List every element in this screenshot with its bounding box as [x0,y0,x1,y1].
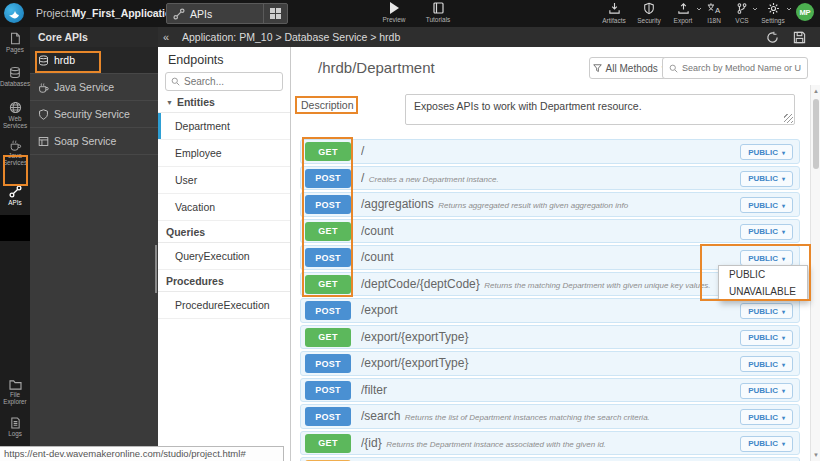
grid-icon[interactable] [263,4,287,23]
panel-scrollbar[interactable] [155,245,157,293]
preview-button[interactable]: Preview [372,2,416,23]
vertical-scrollbar[interactable]: ▲ ▼ [810,85,820,461]
visibility-dropdown-button[interactable]: PUBLIC ▾ [740,383,793,399]
endpoint-row[interactable]: POST /search Returns the list of Departm… [300,404,800,429]
settings-button[interactable]: Settings [756,2,790,24]
endpoint-row[interactable]: POST /export Returns a URL to download a… [300,298,800,323]
visibility-option-public[interactable]: PUBLIC [719,266,807,283]
shield-icon [38,109,49,120]
endpoint-path: /search [361,409,400,423]
endpoint-info: / Creates a new Department instance. [361,168,729,186]
endpoints-search-input[interactable] [184,76,270,87]
artifacts-download-icon [608,2,621,15]
sidebar-item-pages[interactable]: Pages [0,32,30,53]
gear-icon [767,2,780,15]
nav-item-employee[interactable]: Employee [158,140,290,167]
method-badge: POST [305,169,351,188]
chevron-down-icon [786,7,792,11]
core-api-item-java-service[interactable]: Java Service [30,74,158,101]
section-queries[interactable]: Queries [158,221,290,243]
i18n-button[interactable]: A I18N [700,2,728,24]
method-badge: GET [305,275,351,294]
scroll-up-icon[interactable]: ▲ [811,86,820,96]
endpoint-row[interactable]: POST /filter Returns the paginated list … [300,378,800,403]
save-icon[interactable] [793,31,806,44]
wavemaker-logo-icon[interactable] [4,3,24,23]
visibility-dropdown-button[interactable]: PUBLIC ▾ [740,250,793,266]
endpoint-row[interactable]: GET /export/{exportType} Returns downloa… [300,325,800,350]
artifacts-label: Artifacts [602,17,625,24]
scroll-down-icon[interactable]: ▼ [811,450,820,460]
nav-item-vacation[interactable]: Vacation [158,194,290,221]
endpoint-info: /aggregations Returns aggregated result … [361,194,729,212]
branch-icon [736,2,748,15]
tutorials-button[interactable]: Tutorials [416,2,460,23]
nav-item-department[interactable]: Department [158,113,290,140]
chevron-right-icon: › [150,6,154,18]
vcs-button[interactable]: VCS [728,2,756,24]
refresh-icon[interactable] [766,31,779,44]
endpoint-row[interactable]: GET / Returns the paginated list of Depa… [300,139,800,164]
endpoint-path: /deptCode/{deptCode} [361,277,480,291]
endpoint-row[interactable]: PUT ▾ [300,457,800,461]
core-api-item-security-service[interactable]: Security Service [30,101,158,128]
sidebar-item-java-services[interactable]: Java Services [0,139,30,166]
log-file-icon [10,417,21,429]
methods-filter-dropdown[interactable]: All Methods ▾ [589,57,669,79]
nav-item-user[interactable]: User [158,167,290,194]
core-api-item-soap-service[interactable]: Soap Service [30,128,158,155]
nav-item-queryexecution[interactable]: QueryExecution [158,243,290,270]
tab-apis[interactable]: APIs [166,3,288,24]
tutorials-label: Tutorials [426,16,451,23]
visibility-dropdown-button[interactable]: PUBLIC ▾ [740,171,793,187]
methods-filter-label: All Methods [606,63,658,74]
resize-grip-icon[interactable] [784,114,793,123]
endpoint-row[interactable]: POST /export/{exportType} Returns downlo… [300,351,800,376]
artifacts-button[interactable]: Artifacts [596,2,632,24]
method-badge: POST [305,248,351,267]
export-button[interactable]: Export [666,2,700,24]
filter-funnel-icon [593,64,602,73]
soap-icon [38,136,49,147]
scrollbar-thumb[interactable] [813,99,819,169]
section-entities[interactable]: ▼Entities [158,91,290,113]
visibility-dropdown-button[interactable]: PUBLIC ▾ [740,330,793,346]
visibility-dropdown-button[interactable]: PUBLIC ▾ [740,436,793,452]
endpoint-path: /{id} [361,436,382,450]
nav-item-procedureexecution[interactable]: ProcedureExecution [158,292,290,319]
visibility-dropdown-button[interactable]: PUBLIC ▾ [740,224,793,240]
endpoint-row[interactable]: POST / Creates a new Department instance… [300,166,800,191]
endpoint-row[interactable]: POST /aggregations Returns aggregated re… [300,192,800,217]
method-search[interactable] [662,57,808,79]
description-textarea[interactable]: Exposes APIs to work with Department res… [405,94,795,125]
visibility-dropdown-button[interactable]: PUBLIC ▾ [740,356,793,372]
endpoint-row[interactable]: GET /{id} Returns the Department instanc… [300,431,800,456]
endpoint-info: /deptCode/{deptCode} Returns the matchin… [361,274,729,292]
caret-down-icon: ▾ [782,202,785,209]
section-procedures[interactable]: Procedures [158,270,290,292]
visibility-option-unavailable[interactable]: UNAVAILABLE [719,283,807,300]
method-badge: GET [305,328,351,347]
sidebar-item-web-services[interactable]: Web Services [0,101,30,129]
sidebar-item-databases[interactable]: Databases [0,66,30,87]
visibility-dropdown-button[interactable]: PUBLIC ▾ [740,303,793,319]
sidebar-item-logs[interactable]: Logs [0,417,30,437]
endpoint-description: Returns the Department instance associat… [386,440,606,449]
sidebar-item-apis[interactable]: APIs [0,185,30,206]
collapse-panel-icon[interactable]: « [158,31,174,43]
visibility-dropdown-button[interactable]: PUBLIC ▾ [740,409,793,425]
sidebar-item-file-explorer[interactable]: File Explorer [0,379,30,405]
core-api-item-hrdb[interactable]: hrdb [30,47,158,74]
user-avatar[interactable]: MP [796,3,814,21]
method-search-input[interactable] [682,63,801,73]
visibility-dropdown-button[interactable]: PUBLIC ▾ [740,144,793,160]
visibility-dropdown-button[interactable]: PUBLIC ▾ [740,197,793,213]
endpoint-row[interactable]: GET /count Returns the total count of De… [300,219,800,244]
folder-icon [9,379,22,390]
security-button[interactable]: Security [632,2,666,24]
project-label[interactable]: Project:My_First_Application [36,0,178,27]
description-label: Description [301,99,354,111]
api-icon [9,185,22,198]
method-badge: POST [305,354,351,373]
endpoints-search[interactable] [165,72,283,91]
